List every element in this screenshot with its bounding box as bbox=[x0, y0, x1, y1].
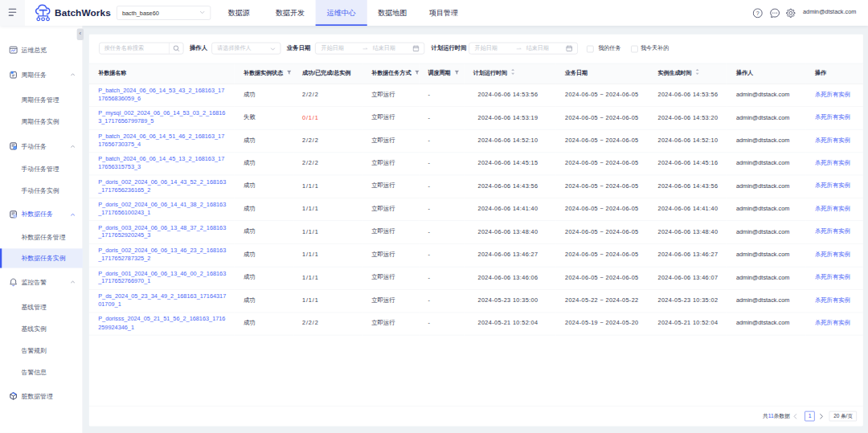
svg-text:?: ? bbox=[756, 10, 760, 16]
